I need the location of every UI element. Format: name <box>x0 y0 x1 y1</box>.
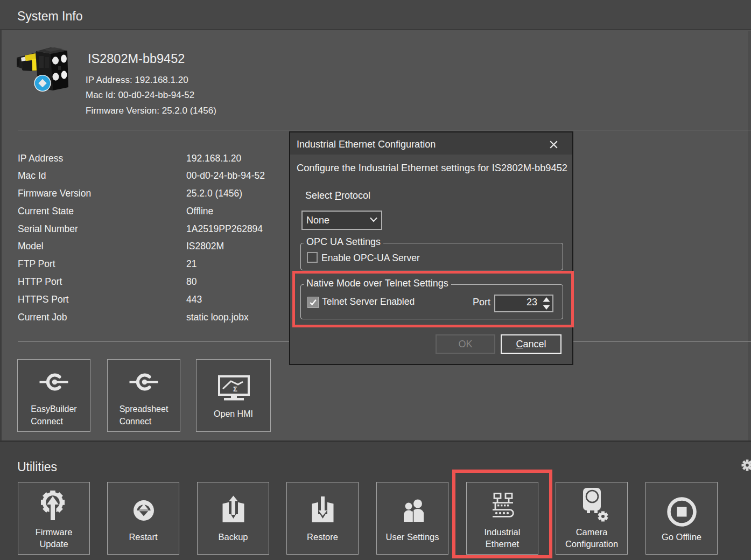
svg-text:Σ: Σ <box>233 385 237 393</box>
